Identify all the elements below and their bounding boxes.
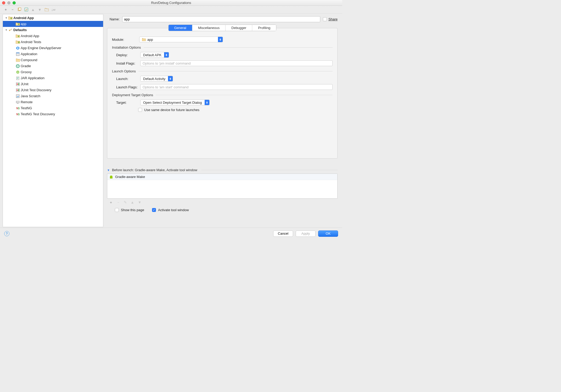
- svg-rect-24: [16, 95, 19, 98]
- svg-rect-20: [18, 83, 19, 85]
- disclosure-triangle-icon[interactable]: ▼: [4, 28, 8, 31]
- tree-node-default-testng-test-discovery[interactable]: NGTestNG Test Discovery: [3, 111, 103, 117]
- target-select[interactable]: Open Select Deployment Target Dialog: [140, 100, 210, 105]
- tree-node-default-compound[interactable]: Compound: [3, 57, 103, 63]
- svg-rect-25: [16, 101, 19, 103]
- tree-node-label: JAR Application: [21, 76, 44, 80]
- tree-node-default-java-scratch[interactable]: Java Scratch: [3, 93, 103, 99]
- install-flags-label: Install Flags:: [112, 61, 138, 65]
- before-launch-section: ▼ Before launch: Gradle-aware Make, Acti…: [107, 168, 338, 214]
- remove-task-button[interactable]: －: [116, 200, 120, 205]
- tree-node-default-junit[interactable]: JUnit: [3, 81, 103, 87]
- edit-task-button[interactable]: ✎: [124, 200, 127, 205]
- before-launch-toolbar: ＋ － ✎ ▲ ▼: [107, 199, 338, 206]
- deploy-select[interactable]: Default APK: [140, 52, 169, 58]
- tree-node-default-jar-application[interactable]: JAR Application: [3, 75, 103, 81]
- move-task-up-button[interactable]: ▲: [131, 200, 134, 205]
- tree-node-label: TestNG: [21, 106, 32, 110]
- tree-node-default-gradle[interactable]: Gradle: [3, 63, 103, 69]
- name-input[interactable]: [122, 16, 320, 22]
- use-same-device-checkbox[interactable]: Use same device for future launches: [138, 108, 199, 112]
- gradle-icon: [15, 64, 20, 68]
- move-task-down-button[interactable]: ▼: [138, 200, 142, 205]
- save-config-button[interactable]: [24, 8, 28, 12]
- tree-node-defaults[interactable]: ▼ Defaults: [3, 27, 103, 33]
- android-test-icon: [15, 40, 20, 44]
- cancel-button[interactable]: Cancel: [273, 230, 293, 237]
- svg-rect-23: [18, 89, 19, 91]
- move-down-button[interactable]: ▼: [38, 8, 42, 12]
- dialog-footer: ? Cancel Apply OK: [0, 228, 342, 239]
- svg-rect-6: [18, 42, 20, 43]
- svg-rect-2: [25, 8, 28, 11]
- launch-select[interactable]: Default Activity: [140, 76, 173, 82]
- android-folder-icon: [15, 34, 20, 38]
- select-caret-icon: [218, 37, 223, 42]
- sort-button[interactable]: ↓az: [51, 8, 55, 12]
- launch-options-group: Launch Options: [112, 69, 333, 73]
- target-label: Target:: [112, 101, 138, 105]
- tree-node-default-android-app[interactable]: Android App: [3, 33, 103, 39]
- android-folder-icon: [8, 16, 13, 20]
- tree-node-app[interactable]: app: [3, 21, 103, 27]
- folder-button[interactable]: [44, 8, 49, 12]
- window-title: Run/Debug Configurations: [0, 1, 342, 5]
- tree-node-default-testng[interactable]: NGTestNG: [3, 105, 103, 111]
- tab-miscellaneous[interactable]: Miscellaneous: [192, 25, 226, 31]
- remove-config-button[interactable]: －: [10, 8, 15, 12]
- before-launch-list[interactable]: Gradle-aware Make: [107, 174, 338, 199]
- show-this-page-checkbox[interactable]: Show this page: [115, 208, 144, 212]
- module-label: Module:: [112, 38, 137, 42]
- config-tree[interactable]: ▼ Android App app ▼ Defaults Android App: [3, 14, 103, 227]
- checkbox-icon: [323, 17, 327, 21]
- checkbox-icon: [138, 108, 142, 112]
- help-button[interactable]: ?: [4, 231, 9, 236]
- testng-icon: NG: [15, 106, 20, 110]
- tree-node-label: TestNG Test Discovery: [21, 112, 55, 116]
- tree-node-label: JUnit: [21, 82, 29, 86]
- junit-icon: [15, 82, 20, 86]
- deploy-label: Deploy:: [112, 53, 138, 57]
- copy-config-button[interactable]: [17, 8, 21, 12]
- junit-icon: [15, 88, 20, 92]
- name-label: Name:: [107, 17, 120, 21]
- svg-rect-10: [16, 53, 19, 53]
- add-task-button[interactable]: ＋: [109, 200, 113, 205]
- tree-node-default-remote[interactable]: Remote: [3, 99, 103, 105]
- tab-general[interactable]: General: [169, 25, 192, 31]
- tab-debugger[interactable]: Debugger: [226, 25, 252, 31]
- tree-node-default-android-tests[interactable]: Android Tests: [3, 39, 103, 45]
- tree-node-label: Android App: [21, 34, 39, 38]
- launch-flags-input[interactable]: [140, 84, 333, 90]
- tree-node-default-groovy[interactable]: GGroovy: [3, 69, 103, 75]
- move-up-button[interactable]: ▲: [31, 8, 35, 12]
- add-config-button[interactable]: ＋: [4, 8, 8, 12]
- launch-label: Launch:: [112, 77, 138, 81]
- svg-rect-26: [17, 103, 18, 103]
- tree-node-default-app-engine-devappserver[interactable]: App Engine DevAppServer: [3, 45, 103, 51]
- install-flags-input[interactable]: [140, 60, 333, 66]
- svg-point-5: [18, 36, 19, 37]
- tab-pane: General Miscellaneous Debugger Profiling…: [107, 28, 338, 159]
- tree-node-label: App Engine DevAppServer: [21, 46, 61, 50]
- tree-node-default-application[interactable]: Application: [3, 51, 103, 57]
- tab-profiling[interactable]: Profiling: [252, 25, 276, 31]
- installation-options-group: Installation Options: [112, 45, 333, 49]
- tree-node-label: Application: [21, 52, 37, 56]
- ok-button[interactable]: OK: [318, 230, 338, 237]
- apply-button[interactable]: Apply: [296, 230, 316, 237]
- tree-node-default-junit-test-discovery[interactable]: JUnit Test Discovery: [3, 87, 103, 93]
- activate-tool-window-checkbox[interactable]: ✓ Activate tool window: [152, 208, 189, 212]
- tree-node-android-app[interactable]: ▼ Android App: [3, 15, 103, 21]
- checkbox-checked-icon: ✓: [152, 208, 156, 212]
- tree-node-label: JUnit Test Discovery: [21, 88, 52, 92]
- svg-text:G: G: [18, 113, 20, 116]
- module-select[interactable]: app: [139, 37, 223, 42]
- before-launch-item[interactable]: Gradle-aware Make: [107, 174, 337, 180]
- android-folder-icon: [15, 22, 20, 26]
- disclosure-triangle-icon[interactable]: ▼: [4, 16, 8, 19]
- appengine-icon: [15, 46, 20, 50]
- svg-point-3: [10, 18, 12, 19]
- share-checkbox[interactable]: Share: [323, 17, 338, 21]
- disclosure-triangle-icon[interactable]: ▼: [107, 169, 110, 172]
